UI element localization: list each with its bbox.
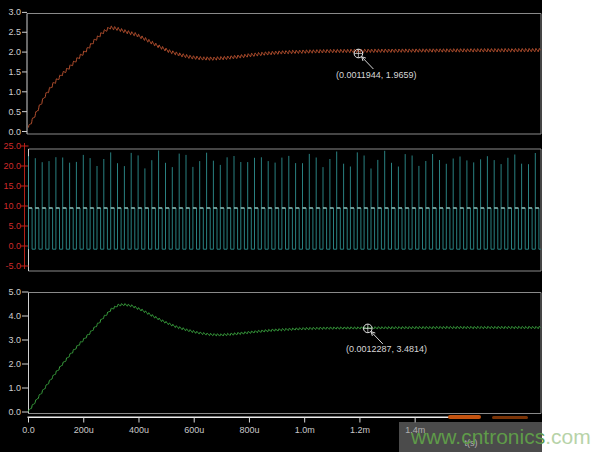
x-tick-label: 800u — [229, 425, 269, 435]
trace-bottom[interactable] — [29, 304, 541, 412]
waveform-viewer-window: 3.02.52.01.51.00.50.025.020.015.010.05.0… — [0, 0, 600, 452]
plots-canvas[interactable] — [0, 0, 600, 452]
trace-middle-pulses[interactable] — [29, 151, 541, 250]
y-tick-label-plot3: 5.0 — [1, 287, 21, 297]
y-tick-label-plot2: -5.0 — [1, 261, 21, 271]
y-tick-label-plot1: 2.5 — [1, 27, 21, 37]
y-tick-label-plot2: 0.0 — [1, 241, 21, 251]
y-tick-label-plot2: 10.0 — [1, 201, 21, 211]
y-tick-label-plot2: 5.0 — [1, 221, 21, 231]
y-tick-label-plot2: 15.0 — [1, 181, 21, 191]
x-tick-label: 1.2m — [340, 425, 380, 435]
cursor-marker-bottom-leader — [371, 332, 383, 344]
artifact-smudge-2 — [492, 416, 528, 419]
y-tick-label-plot3: 2.0 — [1, 359, 21, 369]
x-tick-label: 600u — [174, 425, 214, 435]
y-tick-label-plot1: 2.0 — [1, 47, 21, 57]
y-tick-label-plot2: 20.0 — [1, 161, 21, 171]
cursor-readout-top: (0.0011944, 1.9659) — [336, 70, 416, 80]
y-tick-label-plot2: 25.0 — [1, 141, 21, 151]
y-tick-label-plot3: 1.0 — [1, 383, 21, 393]
watermark-main: www.cntronics — [411, 425, 545, 448]
y-tick-label-plot3: 3.0 — [1, 335, 21, 345]
x-tick-label: 0.0 — [9, 425, 49, 435]
watermark-suffix: .com — [545, 425, 591, 448]
artifact-smudge-1 — [448, 415, 481, 419]
cursor-readout-bottom: (0.0012287, 3.4814) — [346, 344, 427, 354]
y-tick-label-plot1: 1.0 — [1, 87, 21, 97]
trace-top[interactable] — [29, 26, 541, 127]
y-tick-label-plot1: 0.5 — [1, 107, 21, 117]
y-tick-label-plot1: 1.5 — [1, 67, 21, 77]
x-tick-label: 1.0m — [285, 425, 325, 435]
y-tick-label-plot3: 4.0 — [1, 311, 21, 321]
watermark-text: www.cntronics.com — [411, 425, 591, 449]
cursor-marker-top-leader — [362, 57, 374, 69]
y-tick-label-plot3: 0.0 — [1, 407, 21, 417]
x-tick-label: 400u — [119, 425, 159, 435]
x-tick-label: 200u — [64, 425, 104, 435]
y-tick-label-plot1: 0.0 — [1, 127, 21, 137]
y-tick-label-plot1: 3.0 — [1, 7, 21, 17]
